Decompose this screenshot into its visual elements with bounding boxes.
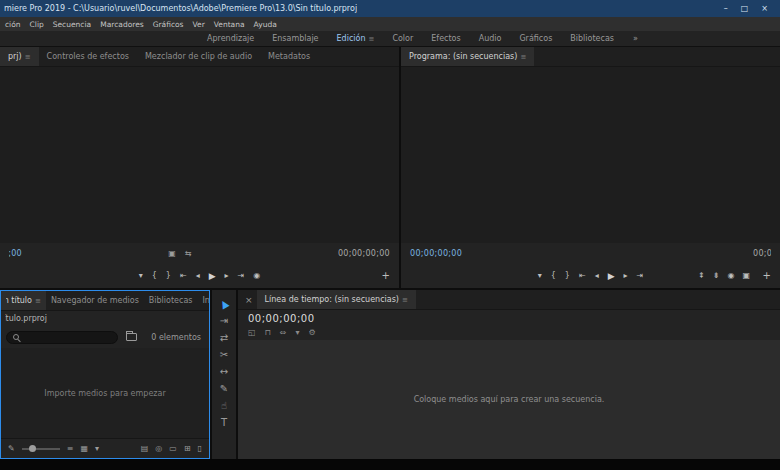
tab-effect-controls[interactable]: Controles de efectos	[39, 47, 137, 66]
menu-item-marcadores[interactable]: Marcadores	[100, 20, 144, 29]
workspace-overflow-icon[interactable]: »	[623, 34, 648, 43]
timeline-current-timecode[interactable]: 00;00;00;00	[238, 310, 780, 325]
tab-source[interactable]: prj) ≡	[0, 47, 39, 66]
step-forward-icon[interactable]: ▸	[624, 271, 628, 281]
close-panel-icon[interactable]: ×	[238, 295, 257, 305]
add-marker-icon[interactable]: ▾	[296, 328, 300, 337]
menu-item-ver[interactable]: Ver	[193, 20, 205, 29]
workspace-tab-edicion[interactable]: Edición ≡	[328, 31, 384, 46]
tab-media-browser[interactable]: Navegador de medios	[46, 291, 144, 310]
panel-menu-icon[interactable]: ≡	[35, 297, 41, 305]
maximize-button[interactable]: □	[741, 4, 749, 13]
project-empty-text: Importe medios para empezar	[44, 389, 165, 398]
go-to-in-icon[interactable]: ⇤	[180, 271, 187, 281]
new-bin-icon[interactable]: ▭	[169, 444, 177, 453]
step-forward-icon[interactable]: ▸	[225, 271, 229, 281]
zoom-slider-knob[interactable]	[29, 445, 36, 452]
export-frame-icon[interactable]: ◉	[727, 271, 734, 280]
tab-libraries[interactable]: Bibliotecas	[144, 291, 198, 310]
program-viewer	[401, 67, 780, 243]
panel-menu-icon[interactable]: ≡	[25, 53, 31, 61]
project-file-name: Sin título.prproj	[5, 314, 47, 323]
menu-item-graficos[interactable]: Gráficos	[153, 20, 184, 29]
insert-nest-toggle-icon[interactable]: ◱	[248, 328, 256, 337]
bin-folder-icon[interactable]	[126, 333, 137, 341]
search-icon	[13, 334, 19, 340]
add-marker-icon[interactable]: ▾	[538, 271, 542, 281]
tab-metadata[interactable]: Metadatos	[260, 47, 318, 66]
mark-out-icon[interactable]: }	[166, 271, 171, 281]
menu-item-edicion[interactable]: ción	[5, 20, 21, 29]
menu-item-ayuda[interactable]: Ayuda	[254, 20, 277, 29]
menu-item-clip[interactable]: Clip	[30, 20, 44, 29]
close-button[interactable]: ×	[761, 4, 768, 13]
new-item-icon[interactable]: ⊞	[184, 444, 191, 453]
button-editor-icon[interactable]: +	[763, 270, 771, 281]
display-settings-icon[interactable]: ▣	[168, 249, 176, 258]
tab-program[interactable]: Programa: (sin secuencias) ≡	[401, 47, 534, 66]
tab-timeline[interactable]: Línea de tiempo: (sin secuencias) ≡	[257, 290, 416, 309]
timeline-settings-icon[interactable]: ⚙	[309, 328, 316, 337]
view-options-chevron-icon[interactable]: ▾	[95, 444, 99, 453]
mark-in-icon[interactable]: {	[551, 271, 556, 281]
extract-icon[interactable]: ⇟	[713, 271, 720, 280]
linked-selection-icon[interactable]: ⇔	[280, 328, 287, 337]
selection-tool[interactable]: ▲	[212, 295, 236, 312]
automate-to-sequence-icon[interactable]: ▤	[141, 444, 149, 453]
hand-tool[interactable]: ☝	[212, 397, 236, 414]
workspace-tab-aprendizaje[interactable]: Aprendizaje	[198, 31, 263, 46]
workspace-tab-audio[interactable]: Audio	[470, 31, 511, 46]
panel-menu-icon[interactable]: ≡	[520, 53, 526, 61]
zoom-slider[interactable]	[22, 448, 60, 450]
icon-view-icon[interactable]: ▦	[80, 444, 88, 453]
search-box[interactable]	[6, 331, 118, 344]
lift-icon[interactable]: ⇞	[698, 271, 705, 280]
workspace-tab-color[interactable]: Color	[383, 31, 422, 46]
minimize-button[interactable]: –	[724, 4, 728, 13]
step-back-icon[interactable]: ◂	[595, 271, 599, 281]
go-to-out-icon[interactable]: ⇥	[637, 271, 644, 281]
play-icon[interactable]: ▶	[209, 271, 216, 281]
pen-tool[interactable]: ✎	[212, 380, 236, 397]
go-to-out-icon[interactable]: ⇥	[238, 271, 245, 281]
step-back-icon[interactable]: ◂	[196, 271, 200, 281]
writable-toggle-icon[interactable]: ✎	[8, 444, 15, 453]
window-title: miere Pro 2019 - C:\Usuario\ruvel\Docume…	[4, 4, 716, 13]
workspace-tab-bibliotecas[interactable]: Bibliotecas	[561, 31, 623, 46]
program-current-timecode[interactable]: 00;00;00;00	[410, 249, 462, 258]
mark-in-icon[interactable]: {	[152, 271, 157, 281]
find-icon[interactable]: ◎	[155, 444, 162, 453]
project-drop-zone[interactable]: Importe medios para empezar	[1, 348, 209, 438]
play-icon[interactable]: ▶	[608, 271, 615, 281]
list-view-icon[interactable]: ≡	[67, 444, 74, 453]
fit-zoom-icon[interactable]: ⇆	[185, 249, 192, 258]
comparison-view-icon[interactable]: ▣	[742, 271, 750, 280]
slip-tool[interactable]: ↔	[212, 363, 236, 380]
snap-icon[interactable]: ⊓	[265, 328, 271, 337]
type-tool[interactable]: T	[212, 414, 236, 431]
ripple-edit-tool[interactable]: ⇄	[212, 329, 236, 346]
menu-item-secuencia[interactable]: Secuencia	[53, 20, 91, 29]
export-frame-icon[interactable]: ◉	[253, 271, 260, 281]
button-editor-icon[interactable]: +	[382, 270, 390, 281]
timeline-drop-zone[interactable]: Coloque medios aquí para crear una secue…	[238, 340, 780, 459]
razor-tool[interactable]: ✂	[212, 346, 236, 363]
delete-icon[interactable]: ▯	[198, 444, 202, 453]
tab-project[interactable]: Proyecto: Sin título ≡	[1, 291, 46, 310]
workspace-tab-graficos[interactable]: Gráficos	[510, 31, 561, 46]
go-to-in-icon[interactable]: ⇤	[579, 271, 586, 281]
workspace-tab-ensamblaje[interactable]: Ensamblaje	[263, 31, 327, 46]
menu-item-ventana[interactable]: Ventana	[214, 20, 245, 29]
mark-out-icon[interactable]: }	[565, 271, 570, 281]
workspace-tab-efectos[interactable]: Efectos	[422, 31, 469, 46]
tab-audio-clip-mixer[interactable]: Mezclador de clip de audio	[137, 47, 260, 66]
tab-info[interactable]: Información	[197, 291, 209, 310]
project-filter-row: 0 elementos	[1, 326, 209, 348]
workspace-menu-icon[interactable]: ≡	[369, 35, 375, 43]
track-select-forward-tool[interactable]: ⇥	[212, 312, 236, 329]
search-input[interactable]	[23, 333, 111, 342]
panel-menu-icon[interactable]: ≡	[402, 296, 408, 304]
add-marker-icon[interactable]: ▾	[139, 271, 143, 281]
source-current-timecode[interactable]: 00;00;00;00	[9, 249, 22, 258]
item-count-label: 0 elementos	[151, 333, 204, 342]
